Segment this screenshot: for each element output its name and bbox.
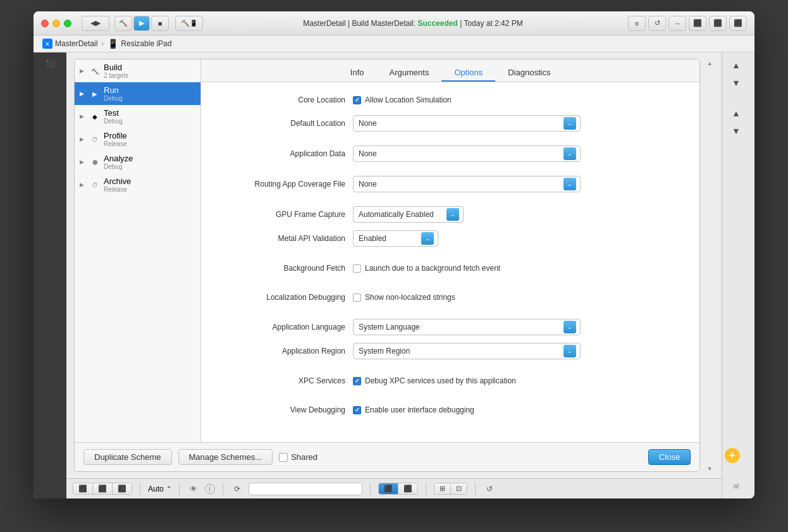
right-scrollbar[interactable]: ▲ ▼ xyxy=(705,59,714,472)
sidebar-item-run[interactable]: ▶ ▶ Run Debug xyxy=(75,82,200,105)
app-region-select[interactable]: System Region ⌄ xyxy=(353,343,581,359)
divider-3 xyxy=(214,200,687,206)
view-debugging-checkbox[interactable] xyxy=(353,406,361,414)
bt-divider-6 xyxy=(475,483,476,495)
app-language-select[interactable]: System Language ⌄ xyxy=(353,319,581,335)
metal-api-arrow: ⌄ xyxy=(421,232,434,245)
info-icon[interactable]: i xyxy=(205,484,215,494)
tab-info[interactable]: Info xyxy=(338,65,377,82)
nav-toggle-btn2[interactable]: ⬛ xyxy=(93,483,113,494)
close-button[interactable]: Close xyxy=(648,449,691,465)
minimize-button[interactable] xyxy=(52,20,60,27)
run-scheme-button[interactable]: ▶ xyxy=(133,16,150,31)
app-region-arrow: ⌄ xyxy=(563,345,576,357)
expand-icon: ▶ xyxy=(80,68,86,74)
bt-divider-3 xyxy=(223,483,223,495)
breadcrumb: X MasterDetail › 📱 Resizable iPad xyxy=(34,35,754,53)
traffic-lights[interactable] xyxy=(41,20,71,27)
nav-toggle-btn3[interactable]: ⬛ xyxy=(113,483,132,494)
add-button[interactable]: + xyxy=(725,448,740,463)
xpc-services-checkbox[interactable] xyxy=(353,377,361,385)
eye-icon[interactable]: 👁 xyxy=(187,483,200,495)
shared-checkbox-container[interactable]: Shared xyxy=(279,452,317,462)
tab-diagnostics[interactable]: Diagnostics xyxy=(495,65,563,82)
default-location-select[interactable]: None ⌄ xyxy=(353,115,581,132)
search-input[interactable] xyxy=(249,483,362,495)
close-button[interactable] xyxy=(41,20,49,27)
back-forward-button[interactable]: ◀▶ xyxy=(82,16,109,31)
background-fetch-checkbox[interactable] xyxy=(353,264,361,273)
core-location-row: Core Location Allow Location Simulation xyxy=(214,92,687,108)
duplicate-scheme-button[interactable]: Duplicate Scheme xyxy=(83,449,172,465)
app-region-value: System Region xyxy=(359,347,563,356)
expand-icon-run: ▶ xyxy=(80,90,86,97)
grid-toggle[interactable]: ⊞ ⊡ xyxy=(434,483,467,495)
breadcrumb-device[interactable]: 📱 Resizable iPad xyxy=(108,39,171,49)
sidebar-item-analyze[interactable]: ▶ ⬢ Analyze Debug xyxy=(75,151,200,173)
navigator-toggle[interactable]: ⬛ ⬛ ⬛ xyxy=(73,483,132,495)
inspector-button[interactable]: ⬛ xyxy=(729,16,747,31)
editor-layout-toggle[interactable]: ⬛ ⬛ xyxy=(378,483,418,495)
sidebar-item-test[interactable]: ▶ ◆ Test Debug xyxy=(75,105,200,128)
auto-selector[interactable]: Auto ⌃ xyxy=(148,485,171,493)
localization-checkbox[interactable] xyxy=(353,294,361,302)
breadcrumb-project[interactable]: X MasterDetail xyxy=(42,39,97,49)
activity-viewer-button[interactable]: ≡ xyxy=(628,16,646,31)
sidebar-item-archive[interactable]: ▶ ⏱ Archive Release xyxy=(75,173,200,196)
divider-6 xyxy=(214,312,687,319)
shared-checkbox[interactable] xyxy=(279,453,288,462)
bt-divider-1 xyxy=(140,483,140,495)
sidebar-item-profile[interactable]: ▶ ⏱ Profile Release xyxy=(75,128,200,151)
device-selector[interactable]: 🔨 📱 xyxy=(175,16,203,31)
bt-divider-2 xyxy=(179,483,180,495)
manage-schemes-button[interactable]: Manage Schemes... xyxy=(178,449,273,465)
grid-btn1[interactable]: ⊞ xyxy=(434,483,451,494)
gpu-frame-capture-value: Automatically Enabled xyxy=(359,210,446,219)
tab-arguments[interactable]: Arguments xyxy=(377,65,442,82)
file-inspector-icon[interactable]: ▲ xyxy=(725,106,748,121)
maximize-button[interactable] xyxy=(64,20,71,27)
xpc-services-control: Debug XPC services used by this applicat… xyxy=(353,376,687,385)
navigator-button[interactable]: ⬛ xyxy=(689,16,706,31)
default-location-arrow: ⌄ xyxy=(563,117,576,130)
scheme-panel: ▶ 🔨 Build 2 targets ▶ xyxy=(74,59,700,472)
localization-checkbox-label[interactable]: Show non-localized strings xyxy=(353,293,455,302)
background-fetch-checkbox-label[interactable]: Launch due to a background fetch event xyxy=(353,264,500,273)
app-region-label: Application Region xyxy=(214,347,353,356)
code-coverage-button[interactable]: ↺ xyxy=(648,16,666,31)
quick-help-icon[interactable]: ▼ xyxy=(725,123,748,139)
allow-location-simulation-checkbox[interactable] xyxy=(353,96,361,104)
editor-btn2[interactable]: ⬛ xyxy=(398,483,417,494)
bottom-toolbar: ⬛ ⬛ ⬛ Auto ⌃ 👁 i ⟳ xyxy=(66,478,722,498)
localization-label: Localization Debugging xyxy=(214,293,353,302)
view-debugging-text: Enable user interface debugging xyxy=(365,405,474,414)
application-data-select[interactable]: None ⌄ xyxy=(353,145,581,162)
right-text-icon[interactable]: at xyxy=(725,478,748,493)
routing-coverage-label: Routing App Coverage File xyxy=(214,180,353,189)
grid-btn2[interactable]: ⊡ xyxy=(451,483,467,494)
jump-icon[interactable]: ⟳ xyxy=(231,483,243,495)
analyze-icon: ⬢ xyxy=(90,157,100,167)
stop-button[interactable]: ■ xyxy=(151,16,169,31)
right-spacer-1 xyxy=(725,93,752,103)
sidebar-item-build[interactable]: ▶ 🔨 Build 2 targets xyxy=(75,59,200,82)
navigator-icon[interactable]: ⬛ xyxy=(44,58,56,70)
scroll-up-icon[interactable]: ▲ xyxy=(707,60,713,66)
debug-button[interactable]: ⬛ xyxy=(709,16,727,31)
allow-location-simulation-checkbox-label[interactable]: Allow Location Simulation xyxy=(353,96,452,104)
nav-toggle-btn1[interactable]: ⬛ xyxy=(73,483,93,494)
auto-label: Auto xyxy=(148,485,164,493)
inspector-scroll-up[interactable]: ▲ xyxy=(725,58,748,73)
inspector-scroll-down[interactable]: ▼ xyxy=(725,75,748,90)
tab-options[interactable]: Options xyxy=(441,65,495,82)
scroll-down-icon[interactable]: ▼ xyxy=(707,466,713,472)
refresh-icon[interactable]: ↺ xyxy=(483,483,496,495)
forward-button[interactable]: → xyxy=(668,16,686,31)
metal-api-select[interactable]: Enabled ⌄ xyxy=(353,230,438,247)
scheme-selector[interactable]: 🔨 ▶ ■ xyxy=(114,16,169,31)
editor-btn1[interactable]: ⬛ xyxy=(379,483,398,494)
xpc-services-checkbox-label[interactable]: Debug XPC services used by this applicat… xyxy=(353,376,516,385)
gpu-frame-capture-select[interactable]: Automatically Enabled ⌄ xyxy=(353,206,464,223)
routing-coverage-select[interactable]: None ⌄ xyxy=(353,176,581,192)
view-debugging-checkbox-label[interactable]: Enable user interface debugging xyxy=(353,405,474,414)
